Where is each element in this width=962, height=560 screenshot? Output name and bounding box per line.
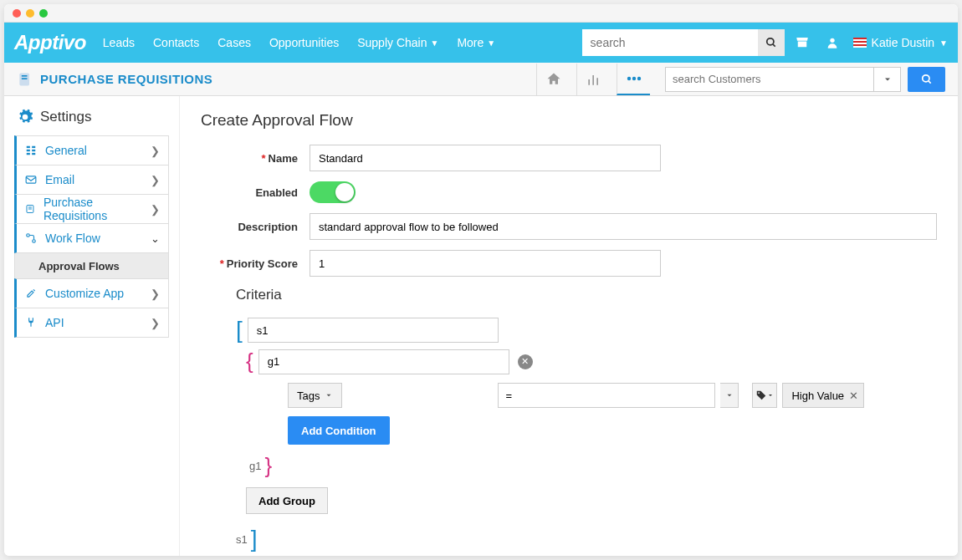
criteria-title: Criteria (236, 287, 937, 303)
nav-cases[interactable]: Cases (217, 36, 251, 49)
home-icon-button[interactable] (536, 64, 570, 95)
group-name-input[interactable] (258, 349, 509, 374)
condition-field-dropdown[interactable]: Tags (288, 383, 342, 408)
svg-rect-14 (27, 146, 30, 148)
user-menu[interactable]: Katie Dustin ▼ (853, 36, 948, 49)
svg-point-10 (632, 76, 635, 79)
add-condition-button[interactable]: Add Condition (288, 416, 390, 445)
chevron-right-icon: ❯ (151, 174, 160, 186)
chevron-right-icon: ❯ (151, 317, 160, 329)
svg-rect-20 (26, 176, 36, 183)
sidebar-item-api[interactable]: API❯ (14, 308, 169, 338)
svg-point-25 (33, 240, 36, 243)
priority-score-input[interactable] (310, 250, 661, 277)
svg-point-11 (637, 76, 640, 79)
sidebar-item-purchase-requisitions[interactable]: Purchase Requisitions❯ (14, 194, 169, 224)
svg-point-9 (627, 76, 630, 79)
svg-point-24 (27, 234, 30, 237)
mail-icon (25, 174, 37, 186)
description-label: Description (201, 221, 310, 233)
window-min-dot[interactable] (26, 9, 34, 18)
caret-down-icon (325, 391, 333, 400)
set-close-label: s1] (236, 526, 937, 552)
description-input[interactable] (310, 213, 937, 240)
caret-down-icon (767, 392, 774, 399)
module-icon (17, 71, 33, 88)
svg-line-1 (772, 44, 775, 47)
svg-line-13 (928, 80, 930, 83)
nav-contacts[interactable]: Contacts (153, 36, 199, 49)
caret-down-icon (725, 391, 734, 400)
search-icon (765, 37, 777, 48)
doc-icon (25, 203, 35, 215)
app-logo[interactable]: Apptivo (14, 31, 86, 54)
customer-search-input[interactable] (665, 67, 874, 92)
group-close-label: g1} (249, 453, 937, 479)
user-profile-icon[interactable] (823, 33, 842, 52)
grid-icon (25, 145, 37, 156)
global-search-input[interactable] (582, 29, 758, 56)
nav-supply-chain[interactable]: Supply Chain▼ (357, 36, 438, 49)
user-flag-icon (853, 38, 867, 48)
enabled-toggle[interactable] (310, 181, 356, 203)
name-input[interactable] (310, 145, 661, 171)
chevron-down-icon (883, 74, 893, 84)
sidebar-item-customize-app[interactable]: Customize App❯ (14, 278, 169, 308)
customer-search-dropdown[interactable] (874, 67, 901, 92)
sidebar-item-email[interactable]: Email❯ (14, 165, 169, 195)
browser-titlebar (4, 4, 958, 23)
chevron-right-icon: ❯ (151, 288, 160, 300)
nav-opportunities[interactable]: Opportunities (269, 36, 339, 49)
svg-rect-5 (22, 78, 28, 79)
customer-search-button[interactable] (908, 67, 945, 92)
brace-open-icon: { (246, 349, 253, 374)
window-max-dot[interactable] (39, 9, 48, 18)
chevron-down-icon: ⌄ (151, 232, 160, 245)
svg-point-12 (922, 74, 929, 81)
remove-group-button[interactable]: ✕ (518, 354, 533, 369)
gear-icon (17, 109, 33, 125)
tag-picker-button[interactable] (752, 383, 777, 408)
page-title: Create Approval Flow (201, 111, 937, 130)
sub-nav: PURCHASE REQUISITIONS (4, 63, 958, 96)
svg-rect-17 (32, 150, 35, 151)
sidebar: Settings General❯ Email❯ Purchase Requis… (4, 96, 179, 556)
sidebar-item-general[interactable]: General❯ (14, 135, 169, 165)
nav-leads[interactable]: Leads (103, 36, 135, 49)
svg-rect-18 (27, 153, 30, 155)
condition-operator-select[interactable]: = (498, 383, 715, 408)
more-icon-button[interactable] (617, 64, 650, 95)
chevron-right-icon: ❯ (151, 145, 160, 157)
caret-down-icon: ▼ (487, 38, 495, 48)
sidebar-item-work-flow[interactable]: Work Flow⌄ (14, 223, 169, 253)
global-search-button[interactable] (758, 29, 785, 56)
remove-tag-button[interactable]: ✕ (849, 389, 858, 402)
top-nav: Apptivo Leads Contacts Cases Opportuniti… (4, 23, 958, 63)
bracket-close-icon: ] (251, 526, 258, 552)
tag-chip: High Value ✕ (782, 383, 864, 408)
operator-dropdown-toggle[interactable] (720, 383, 739, 408)
enabled-label: Enabled (201, 186, 310, 199)
svg-rect-16 (27, 150, 30, 151)
caret-down-icon: ▼ (939, 38, 948, 48)
bar-chart-icon (586, 71, 602, 88)
sidebar-subitem-approval-flows[interactable]: Approval Flows (14, 252, 169, 279)
chart-icon-button[interactable] (576, 64, 610, 95)
workflow-icon (25, 232, 37, 244)
svg-point-2 (830, 38, 834, 43)
tools-icon (25, 288, 37, 299)
add-group-button[interactable]: Add Group (246, 487, 328, 514)
home-icon (545, 71, 562, 88)
brace-close-icon: } (264, 453, 272, 479)
window-close-dot[interactable] (13, 9, 21, 18)
svg-rect-15 (32, 146, 35, 148)
set-name-input[interactable] (248, 318, 499, 343)
svg-rect-19 (32, 153, 35, 155)
store-icon[interactable] (793, 33, 811, 52)
nav-more[interactable]: More▼ (457, 36, 495, 49)
chevron-right-icon: ❯ (151, 203, 160, 216)
tag-icon (755, 389, 767, 401)
sidebar-title: Settings (14, 109, 169, 125)
svg-rect-4 (22, 75, 28, 77)
priority-score-label: *Priority Score (201, 257, 310, 270)
